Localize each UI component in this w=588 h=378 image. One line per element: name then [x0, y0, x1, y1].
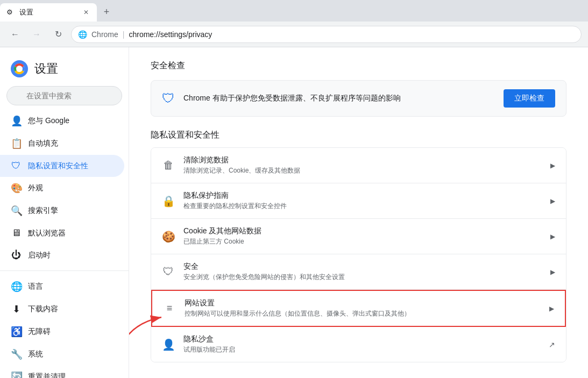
- sidebar-label-google-account: 您与 Google: [28, 116, 69, 126]
- active-tab[interactable]: ⚙ 设置 ✕: [0, 3, 97, 22]
- language-icon: 🌐: [11, 281, 22, 293]
- privacy-sandbox-content: 隐私沙盒 试用版功能已开启: [183, 334, 540, 354]
- safety-check-text: Chrome 有助于保护您免受数据泄露、不良扩展程序等问题的影响: [183, 94, 495, 103]
- person-icon: 👤: [11, 115, 22, 127]
- cookies-subtitle: 已阻止第三方 Cookie: [183, 237, 542, 246]
- settings-item-privacy-guide[interactable]: 🔒 隐私保护指南 检查重要的隐私控制设置和安全控件 ▶: [151, 183, 566, 219]
- tab-title: 设置: [19, 8, 77, 17]
- content-area: 安全检查 🛡 Chrome 有助于保护您免受数据泄露、不良扩展程序等问题的影响 …: [129, 47, 588, 378]
- downloads-icon: ⬇: [11, 303, 22, 315]
- sidebar-search-container: [6, 86, 122, 105]
- sidebar-item-google-account[interactable]: 👤 您与 Google: [0, 110, 124, 132]
- sidebar-label-autofill: 自动填充: [28, 139, 58, 148]
- reload-button[interactable]: ↻: [49, 26, 67, 43]
- safety-check-title: 安全检查: [151, 60, 566, 72]
- privacy-guide-icon: 🔒: [162, 195, 175, 208]
- sidebar-title: 设置: [34, 61, 58, 77]
- sidebar-label-system: 系统: [28, 350, 43, 359]
- privacy-guide-content: 隐私保护指南 检查重要的隐私控制设置和安全控件: [183, 191, 542, 211]
- chrome-logo: [11, 60, 28, 77]
- privacy-sandbox-external-icon: ↗: [549, 340, 555, 349]
- address-url: chrome://settings/privacy: [129, 30, 212, 39]
- tab-bar: ⚙ 设置 ✕ +: [0, 0, 588, 22]
- nav-bar: ← → ↻ 🌐 Chrome | chrome://settings/priva…: [0, 22, 588, 47]
- svg-point-3: [16, 66, 23, 72]
- privacy-guide-subtitle: 检查重要的隐私控制设置和安全控件: [183, 202, 542, 211]
- site-settings-arrow: ▶: [549, 305, 554, 312]
- cookies-arrow: ▶: [550, 233, 555, 240]
- sidebar-item-accessibility[interactable]: ♿ 无障碍: [0, 320, 124, 343]
- site-settings-content: 网站设置 控制网站可以使用和显示什么信息（如位置信息、摄像头、弹出式窗口及其他）: [185, 298, 541, 318]
- safety-shield-icon: 🛡: [162, 91, 175, 106]
- sidebar: 设置 👤 您与 Google 📋 自动填充 🛡 隐私设置和安全性: [0, 47, 129, 378]
- sidebar-label-startup: 启动时: [28, 251, 51, 260]
- sidebar-item-appearance[interactable]: 🎨 外观: [0, 177, 124, 199]
- site-settings-icon: ≡: [163, 303, 176, 314]
- sidebar-item-autofill[interactable]: 📋 自动填充: [0, 132, 124, 155]
- settings-item-privacy-sandbox[interactable]: 👤 隐私沙盒 试用版功能已开启 ↗: [151, 327, 566, 362]
- trash-icon: 🗑: [162, 159, 175, 172]
- sidebar-label-privacy: 隐私设置和安全性: [28, 161, 88, 171]
- tab-favicon: ⚙: [6, 8, 15, 17]
- privacy-sandbox-title: 隐私沙盒: [183, 334, 540, 344]
- site-settings-subtitle: 控制网站可以使用和显示什么信息（如位置信息、摄像头、弹出式窗口及其他）: [185, 309, 541, 318]
- cookies-title: Cookie 及其他网站数据: [183, 226, 542, 236]
- sidebar-items: 👤 您与 Google 📋 自动填充 🛡 隐私设置和安全性 🎨 外观 🔍: [0, 110, 129, 378]
- security-title: 安全: [183, 262, 542, 272]
- privacy-guide-title: 隐私保护指南: [183, 191, 542, 201]
- forward-button[interactable]: →: [28, 26, 45, 43]
- sidebar-item-startup[interactable]: ⏻ 启动时: [0, 244, 124, 266]
- main-content: 设置 👤 您与 Google 📋 自动填充 🛡 隐私设置和安全性: [0, 47, 588, 378]
- sidebar-label-browser: 默认浏览器: [28, 229, 66, 238]
- address-bar[interactable]: 🌐 Chrome | chrome://settings/privacy: [71, 26, 582, 43]
- sidebar-label-search: 搜索引擎: [28, 206, 58, 216]
- tab-close-button[interactable]: ✕: [82, 8, 90, 17]
- sidebar-item-reset[interactable]: 🔄 重置并清理: [0, 366, 124, 378]
- appearance-icon: 🎨: [11, 182, 22, 194]
- sidebar-item-system[interactable]: 🔧 系统: [0, 343, 124, 366]
- address-favicon: 🌐: [78, 30, 87, 39]
- security-arrow: ▶: [550, 268, 555, 276]
- address-site: Chrome: [91, 30, 118, 39]
- security-subtitle: 安全浏览（保护您免受危险网站的侵害）和其他安全设置: [183, 273, 542, 282]
- clear-browsing-title: 清除浏览数据: [183, 155, 542, 165]
- settings-item-security[interactable]: 🛡 安全 安全浏览（保护您免受危险网站的侵害）和其他安全设置 ▶: [151, 254, 566, 290]
- back-button[interactable]: ←: [6, 26, 24, 43]
- sidebar-item-downloads[interactable]: ⬇ 下载内容: [0, 298, 124, 320]
- privacy-shield-icon: 🛡: [11, 160, 22, 172]
- privacy-sandbox-subtitle: 试用版功能已开启: [183, 345, 540, 354]
- address-separator: |: [123, 30, 125, 39]
- settings-list: 🗑 清除浏览数据 清除浏览记录、Cookie、缓存及其他数据 ▶ 🔒 隐私保护指…: [151, 147, 566, 362]
- new-tab-button[interactable]: +: [99, 4, 114, 19]
- privacy-sandbox-icon: 👤: [162, 338, 175, 351]
- settings-item-site-settings[interactable]: ≡ 网站设置 控制网站可以使用和显示什么信息（如位置信息、摄像头、弹出式窗口及其…: [151, 290, 566, 327]
- sidebar-label-downloads: 下载内容: [28, 304, 58, 314]
- sidebar-item-privacy[interactable]: 🛡 隐私设置和安全性: [0, 155, 124, 177]
- safety-check-button[interactable]: 立即检查: [504, 89, 555, 108]
- sidebar-item-language[interactable]: 🌐 语言: [0, 275, 124, 298]
- clear-browsing-arrow: ▶: [550, 162, 555, 169]
- site-settings-title: 网站设置: [185, 298, 541, 308]
- settings-item-clear-browsing[interactable]: 🗑 清除浏览数据 清除浏览记录、Cookie、缓存及其他数据 ▶: [151, 148, 566, 183]
- sidebar-label-reset: 重置并清理: [28, 372, 66, 378]
- settings-item-cookies[interactable]: 🍪 Cookie 及其他网站数据 已阻止第三方 Cookie ▶: [151, 219, 566, 254]
- privacy-guide-arrow: ▶: [550, 197, 555, 205]
- security-content: 安全 安全浏览（保护您免受危险网站的侵害）和其他安全设置: [183, 262, 542, 282]
- system-icon: 🔧: [11, 348, 22, 360]
- sidebar-label-accessibility: 无障碍: [28, 327, 51, 337]
- startup-icon: ⏻: [11, 249, 22, 261]
- reset-icon: 🔄: [11, 371, 22, 378]
- sidebar-divider: [0, 270, 129, 271]
- sidebar-item-default-browser[interactable]: 🖥 默认浏览器: [0, 222, 124, 244]
- sidebar-header: 设置: [0, 52, 129, 82]
- security-icon: 🛡: [162, 266, 175, 278]
- accessibility-icon: ♿: [11, 326, 22, 338]
- browser-frame: ⚙ 设置 ✕ + ← → ↻ 🌐 Chrome | chrome://setti…: [0, 0, 588, 378]
- sidebar-search-input[interactable]: [6, 86, 122, 105]
- clear-browsing-subtitle: 清除浏览记录、Cookie、缓存及其他数据: [183, 166, 542, 175]
- sidebar-label-appearance: 外观: [28, 183, 43, 193]
- default-browser-icon: 🖥: [11, 227, 22, 239]
- sidebar-item-search[interactable]: 🔍 搜索引擎: [0, 199, 124, 222]
- autofill-icon: 📋: [11, 138, 22, 149]
- clear-browsing-content: 清除浏览数据 清除浏览记录、Cookie、缓存及其他数据: [183, 155, 542, 175]
